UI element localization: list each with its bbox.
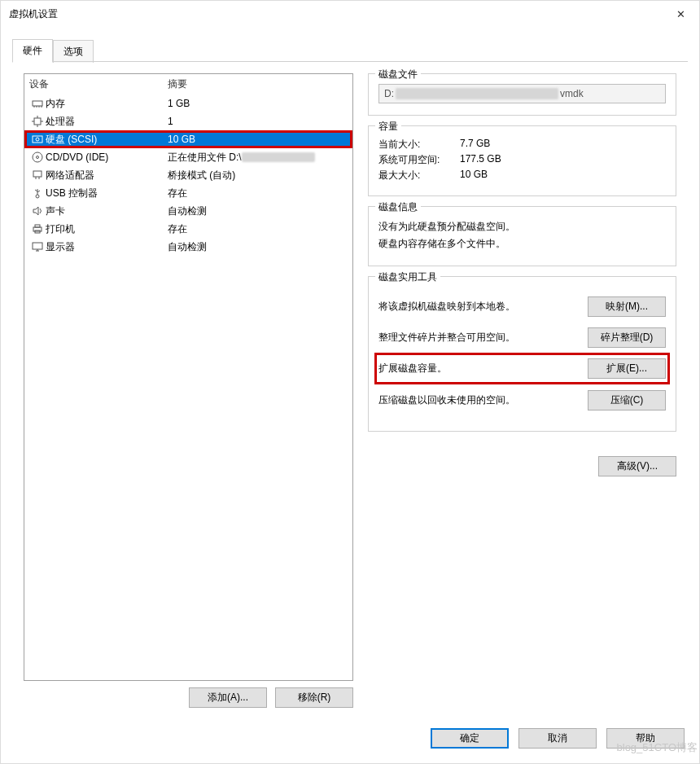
- tab-options-label: 选项: [63, 46, 83, 57]
- device-name: 处理器: [46, 115, 168, 129]
- svg-point-12: [33, 152, 42, 162]
- redacted-path: [242, 152, 315, 162]
- disc-icon: [29, 151, 46, 163]
- disk-file-prefix: D:: [384, 88, 394, 99]
- svg-point-13: [37, 156, 39, 159]
- help-button[interactable]: 帮助: [606, 728, 685, 749]
- device-summary: 自动检测: [168, 204, 348, 218]
- device-row-cddvd[interactable]: CD/DVD (IDE) 正在使用文件 D:\: [24, 148, 352, 166]
- disk-info-title: 磁盘信息: [375, 200, 421, 214]
- device-name: USB 控制器: [46, 187, 168, 200]
- device-row-processor[interactable]: 处理器 1: [24, 112, 352, 130]
- dialog-button-bar-wrap: 确定 取消 帮助 blog_51CTO博客: [1, 717, 699, 763]
- vm-settings-window: 虚拟机设置 ✕ 硬件 选项 设备 摘要: [0, 0, 700, 764]
- ok-button[interactable]: 确定: [431, 728, 509, 749]
- device-row-usb[interactable]: USB 控制器 存在: [24, 184, 352, 202]
- device-name: 硬盘 (SCSI): [46, 133, 168, 147]
- free-space-label: 系统可用空间:: [378, 153, 460, 167]
- svg-rect-14: [33, 171, 42, 177]
- svg-rect-0: [33, 101, 42, 106]
- usb-icon: [29, 187, 46, 199]
- device-summary: 1: [168, 116, 348, 127]
- hardware-right-panel: 磁盘文件 D: vmdk 容量 当前大小: 7.7 GB 系统可用空间: 177…: [368, 73, 676, 711]
- close-button[interactable]: ✕: [662, 1, 699, 27]
- col-device: 设备: [29, 77, 168, 91]
- disk-info-line2: 硬盘内容存储在多个文件中。: [378, 237, 666, 251]
- device-summary: 正在使用文件 D:\: [168, 151, 348, 165]
- redacted-disk-path: [396, 88, 558, 99]
- max-size-label: 最大大小:: [378, 169, 460, 182]
- device-name: CD/DVD (IDE): [46, 151, 168, 163]
- advanced-row: 高级(V)...: [368, 456, 676, 476]
- svg-rect-10: [33, 136, 42, 143]
- svg-rect-25: [33, 243, 42, 249]
- disk-utilities-title: 磁盘实用工具: [375, 270, 440, 284]
- util-row-expand: 扩展磁盘容量。 扩展(E)...: [378, 357, 666, 380]
- map-button[interactable]: 映射(M)...: [588, 296, 666, 317]
- device-row-display[interactable]: 显示器 自动检测: [24, 238, 352, 256]
- device-name: 声卡: [46, 204, 168, 218]
- monitor-icon: [29, 241, 46, 252]
- hard-disk-icon: [29, 134, 46, 145]
- cpu-icon: [29, 116, 46, 127]
- svg-marker-21: [33, 207, 38, 215]
- device-name: 显示器: [46, 240, 168, 254]
- device-name: 内存: [46, 97, 168, 111]
- capacity-group: 容量 当前大小: 7.7 GB 系统可用空间: 177.5 GB 最大大小: 1…: [368, 125, 676, 196]
- col-summary: 摘要: [168, 77, 348, 91]
- device-summary: 1 GB: [168, 98, 348, 109]
- tab-options[interactable]: 选项: [53, 40, 94, 63]
- advanced-button[interactable]: 高级(V)...: [598, 456, 676, 476]
- defrag-button[interactable]: 碎片整理(D): [588, 327, 666, 348]
- disk-info-line1: 没有为此硬盘预分配磁盘空间。: [378, 220, 666, 234]
- device-name: 打印机: [46, 222, 168, 236]
- tab-hardware[interactable]: 硬件: [12, 39, 53, 63]
- device-row-printer[interactable]: 打印机 存在: [24, 220, 352, 238]
- device-row-memory[interactable]: 内存 1 GB: [24, 94, 352, 112]
- current-size-value: 7.7 GB: [460, 138, 490, 151]
- svg-point-11: [36, 138, 39, 141]
- device-summary: 10 GB: [168, 134, 348, 145]
- free-space-value: 177.5 GB: [460, 153, 501, 167]
- device-name: 网络适配器: [46, 169, 168, 182]
- max-size-value: 10 GB: [460, 169, 488, 182]
- util-row-map: 将该虚拟机磁盘映射到本地卷。 映射(M)...: [378, 295, 666, 318]
- add-device-button[interactable]: 添加(A)...: [189, 687, 267, 708]
- tab-hardware-label: 硬件: [23, 45, 42, 56]
- device-row-network[interactable]: 网络适配器 桥接模式 (自动): [24, 166, 352, 184]
- printer-icon: [29, 223, 46, 235]
- remove-device-button[interactable]: 移除(R): [275, 687, 353, 708]
- device-row-sound[interactable]: 声卡 自动检测: [24, 202, 352, 220]
- device-summary: 桥接模式 (自动): [168, 169, 348, 182]
- close-icon: ✕: [676, 8, 685, 20]
- device-summary: 存在: [168, 222, 348, 236]
- expand-button[interactable]: 扩展(E)...: [588, 358, 666, 379]
- current-size-label: 当前大小:: [378, 138, 460, 151]
- dialog-button-bar: 确定 取消 帮助: [1, 717, 699, 763]
- disk-file-suffix: vmdk: [560, 88, 584, 99]
- device-list-header: 设备 摘要: [24, 74, 352, 94]
- device-row-hard-disk[interactable]: 硬盘 (SCSI) 10 GB: [24, 130, 352, 148]
- titlebar: 虚拟机设置 ✕: [1, 1, 699, 27]
- disk-file-field[interactable]: D: vmdk: [378, 84, 666, 103]
- util-compact-desc: 压缩磁盘以回收未使用的空间。: [378, 393, 578, 407]
- network-icon: [29, 169, 46, 181]
- util-defrag-desc: 整理文件碎片并整合可用空间。: [378, 331, 578, 345]
- device-summary: 存在: [168, 187, 348, 200]
- util-expand-desc: 扩展磁盘容量。: [378, 362, 578, 375]
- svg-point-17: [36, 195, 39, 198]
- compact-button[interactable]: 压缩(C): [588, 390, 666, 411]
- util-row-compact: 压缩磁盘以回收未使用的空间。 压缩(C): [378, 389, 666, 411]
- cancel-button[interactable]: 取消: [518, 728, 597, 749]
- memory-icon: [29, 98, 46, 109]
- disk-info-group: 磁盘信息 没有为此硬盘预分配磁盘空间。 硬盘内容存储在多个文件中。: [368, 206, 676, 266]
- device-summary-text: 正在使用文件 D:\: [168, 151, 242, 163]
- capacity-title: 容量: [375, 120, 401, 134]
- util-map-desc: 将该虚拟机磁盘映射到本地卷。: [378, 300, 578, 314]
- util-row-defrag: 整理文件碎片并整合可用空间。 碎片整理(D): [378, 326, 666, 349]
- device-list: 设备 摘要 内存 1 GB 处理器 1: [24, 73, 353, 681]
- tab-strip: 硬件 选项: [1, 27, 699, 62]
- hardware-left-panel: 设备 摘要 内存 1 GB 处理器 1: [24, 73, 353, 711]
- window-title: 虚拟机设置: [9, 7, 662, 21]
- disk-file-title: 磁盘文件: [375, 68, 421, 81]
